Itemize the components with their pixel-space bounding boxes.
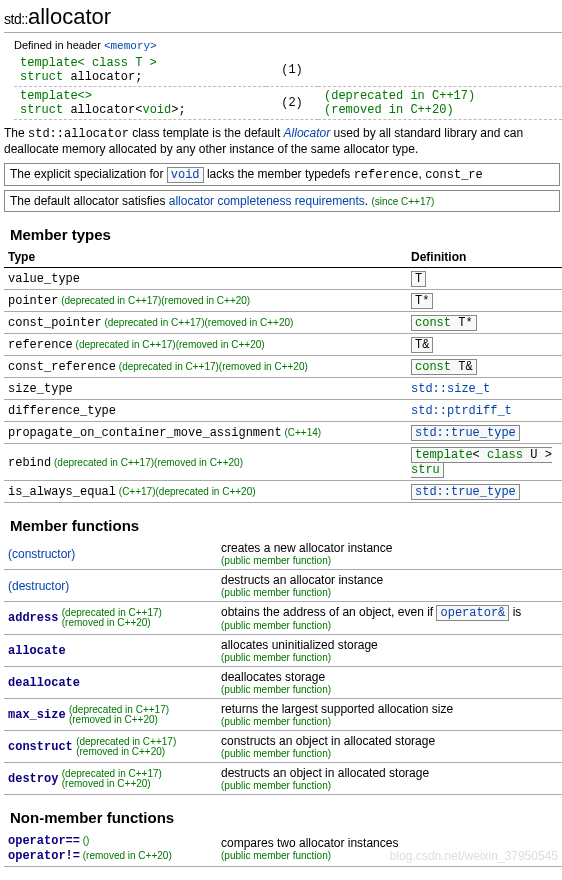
type-name: rebind (deprecated in C++17)(removed in … — [4, 444, 407, 481]
func-link[interactable]: (constructor) — [8, 547, 75, 561]
decl-1: template< class T > struct allocator; — [14, 54, 266, 87]
col-type: Type — [4, 247, 407, 268]
description-paragraph: The std::allocator class template is the… — [4, 126, 560, 157]
decl-1-num: (1) — [266, 54, 318, 87]
type-definition: std::true_type — [407, 481, 562, 503]
title-namespace: std:: — [4, 11, 28, 27]
type-link[interactable]: std::true_type — [415, 426, 516, 440]
type-definition: T& — [407, 334, 562, 356]
type-link[interactable]: std::size_t — [411, 382, 490, 396]
nmfunc-link[interactable]: operator!= — [8, 849, 80, 863]
page-title: std::allocator — [4, 4, 562, 33]
member-functions-heading: Member functions — [10, 517, 562, 534]
func-link[interactable]: (destructor) — [8, 579, 69, 593]
func-desc-cell: obtains the address of an object, even i… — [217, 602, 562, 635]
func-link[interactable]: deallocate — [8, 676, 80, 690]
func-name-cell: allocate — [4, 635, 217, 667]
declaration-table: template< class T > struct allocator; (1… — [14, 54, 562, 120]
type-name: const_reference (deprecated in C++17)(re… — [4, 356, 407, 378]
nonmember-functions-heading: Non-member functions — [10, 809, 562, 826]
func-name-cell: deallocate — [4, 667, 217, 699]
nmfunc-name-cell: operator== ()operator!= (removed in C++2… — [4, 830, 217, 867]
header-link[interactable]: <memory> — [104, 40, 157, 52]
member-functions-table: (constructor)creates a new allocator ins… — [4, 538, 562, 795]
note-box-completeness: The default allocator satisfies allocato… — [4, 190, 560, 212]
func-link[interactable]: allocate — [8, 644, 66, 658]
member-types-heading: Member types — [10, 226, 562, 243]
type-link[interactable]: std::true_type — [415, 485, 516, 499]
func-desc-cell: constructs an object in allocated storag… — [217, 731, 562, 763]
watermark: blog.csdn.net/weixin_37950545 — [390, 849, 558, 863]
title-name: allocator — [28, 4, 111, 29]
func-link[interactable]: construct — [8, 740, 73, 754]
operator-link[interactable]: operator& — [440, 606, 505, 620]
member-types-table: Type Definition value_typeTpointer (depr… — [4, 247, 562, 503]
void-link[interactable]: void — [167, 167, 204, 183]
func-name-cell: address (deprecated in C++17)(removed in… — [4, 602, 217, 635]
func-name-cell: (constructor) — [4, 538, 217, 570]
func-name-cell: construct (deprecated in C++17)(removed … — [4, 731, 217, 763]
func-name-cell: destroy (deprecated in C++17)(removed in… — [4, 763, 217, 795]
type-name: pointer (deprecated in C++17)(removed in… — [4, 290, 407, 312]
type-name: value_type — [4, 268, 407, 290]
type-definition: template< class U > stru — [407, 444, 562, 481]
type-name: propagate_on_container_move_assignment (… — [4, 422, 407, 444]
func-link[interactable]: destroy — [8, 772, 58, 786]
col-definition: Definition — [407, 247, 562, 268]
type-name: reference (deprecated in C++17)(removed … — [4, 334, 407, 356]
type-name: const_pointer (deprecated in C++17)(remo… — [4, 312, 407, 334]
type-definition: const T* — [407, 312, 562, 334]
func-desc-cell: destructs an allocator instance(public m… — [217, 570, 562, 602]
func-desc-cell: destructs an object in allocated storage… — [217, 763, 562, 795]
note-box-void: The explicit specialization for void lac… — [4, 163, 560, 186]
type-name: is_always_equal (C++17)(deprecated in C+… — [4, 481, 407, 503]
func-link[interactable]: address — [8, 611, 58, 625]
func-name-cell: max_size (deprecated in C++17)(removed i… — [4, 699, 217, 731]
defined-in-header: Defined in header <memory> — [14, 39, 562, 52]
allocator-completeness-link[interactable]: allocator completeness requirements — [169, 194, 365, 208]
func-desc-cell: deallocates storage(public member functi… — [217, 667, 562, 699]
func-name-cell: (destructor) — [4, 570, 217, 602]
nmfunc-link[interactable]: operator== — [8, 834, 80, 848]
type-link[interactable]: std::ptrdiff_t — [411, 404, 512, 418]
type-definition: const T& — [407, 356, 562, 378]
allocator-concept-link[interactable]: Allocator — [284, 126, 331, 140]
func-desc-cell: creates a new allocator instance(public … — [217, 538, 562, 570]
func-desc-cell: allocates uninitialized storage(public m… — [217, 635, 562, 667]
type-definition: std::ptrdiff_t — [407, 400, 562, 422]
type-name: difference_type — [4, 400, 407, 422]
type-definition: T — [407, 268, 562, 290]
type-definition: T* — [407, 290, 562, 312]
type-definition: std::true_type — [407, 422, 562, 444]
type-definition: std::size_t — [407, 378, 562, 400]
decl-2: template<> struct allocator<void>; — [14, 87, 266, 120]
func-desc-cell: returns the largest supported allocation… — [217, 699, 562, 731]
decl-2-num: (2) — [266, 87, 318, 120]
func-link[interactable]: max_size — [8, 708, 66, 722]
type-name: size_type — [4, 378, 407, 400]
decl-2-note: (deprecated in C++17)(removed in C++20) — [318, 87, 562, 120]
